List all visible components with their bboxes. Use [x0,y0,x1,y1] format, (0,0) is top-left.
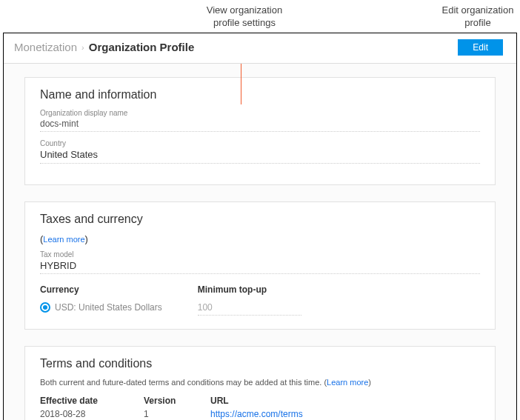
terms-desc-text: Both current and future-dated terms and … [40,378,327,387]
currency-column: Currency USD: United States Dollars [40,284,162,316]
terms-url-link[interactable]: https://acme.com/terms [210,409,303,419]
edit-button[interactable]: Edit [458,39,503,56]
callout-edit-line2: profile [464,17,490,28]
col-header-version: Version [144,396,210,406]
taxes-learn-more-wrap: (Learn more) [40,233,480,244]
page-body: Name and information Organization displa… [4,64,516,420]
terms-table: Effective date Version URL 2018-08-28 1 … [40,396,480,419]
terms-version: 1 [144,409,210,419]
card-name-info: Name and information Organization displa… [24,77,496,185]
terms-date: 2018-08-28 [40,409,144,419]
card-taxes-currency: Taxes and currency (Learn more) Tax mode… [24,201,496,330]
terms-table-header: Effective date Version URL [40,396,480,406]
callout-edit-profile: Edit organization profile [441,4,515,30]
page-title: Organization Profile [89,41,195,53]
section-title-terms: Terms and conditions [40,357,480,370]
col-header-date: Effective date [40,396,144,406]
callout-line-view [241,64,241,104]
topup-header: Minimum top-up [198,284,301,295]
radio-icon [40,302,50,313]
col-header-url: URL [210,396,480,406]
breadcrumb: Monetization › Organization Profile [14,41,194,53]
callout-view-line1: View organization [207,4,282,16]
callout-view-settings: View organization profile settings [52,4,437,30]
chevron-right-icon: › [81,43,84,52]
display-name-label: Organization display name [40,109,480,117]
page-header: Monetization › Organization Profile Edit [4,33,516,64]
terms-description: Both current and future-dated terms and … [40,378,480,387]
terms-learn-more-link[interactable]: Learn more [327,378,368,387]
tax-model-value: HYBRID [40,260,480,274]
terms-desc-suffix: ) [368,378,371,387]
card-terms: Terms and conditions Both current and fu… [24,346,496,420]
callout-edit-line1: Edit organization [442,4,514,16]
app-window: Monetization › Organization Profile Edit… [3,33,517,420]
section-title-taxes: Taxes and currency [40,213,480,226]
country-label: Country [40,139,480,147]
section-title-name: Name and information [40,88,480,101]
breadcrumb-root[interactable]: Monetization [14,41,77,53]
currency-header: Currency [40,284,162,295]
country-value: United States [40,149,480,164]
tax-model-label: Tax model [40,250,480,259]
currency-radio-usd[interactable]: USD: United States Dollars [40,302,162,313]
display-name-value: docs-mint [40,119,480,132]
table-row: 2018-08-28 1 https://acme.com/terms [40,409,480,419]
currency-option-label: USD: United States Dollars [55,302,162,313]
callout-view-line2: profile settings [213,17,276,28]
taxes-learn-more-link[interactable]: Learn more [43,235,84,244]
topup-value: 100 [198,302,301,316]
topup-column: Minimum top-up 100 [198,284,301,316]
